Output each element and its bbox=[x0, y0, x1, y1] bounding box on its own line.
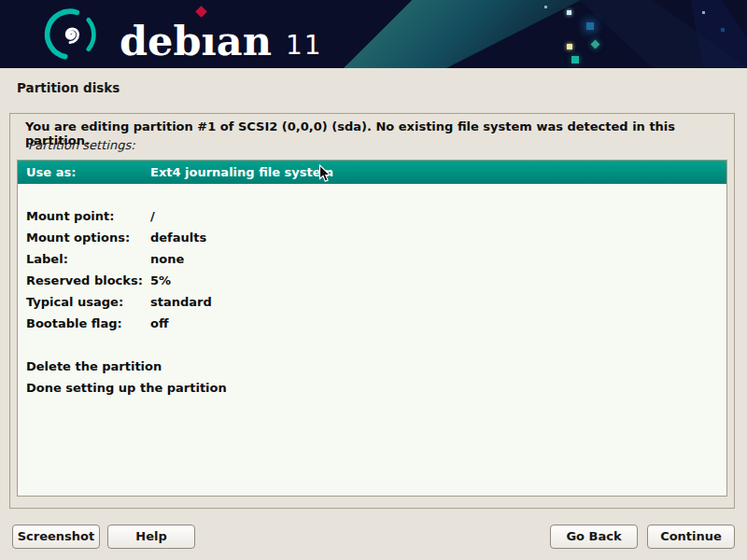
row-value: Ext4 journaling file system bbox=[150, 165, 333, 179]
settings-row[interactable]: Delete the partition bbox=[18, 356, 726, 377]
header-decoration-square bbox=[567, 10, 571, 15]
mouse-cursor-icon bbox=[318, 164, 331, 184]
screenshot-button[interactable]: Screenshot bbox=[12, 525, 100, 549]
row-value: standard bbox=[150, 295, 212, 309]
row-value: / bbox=[150, 209, 155, 223]
brand-text: debıan bbox=[120, 21, 272, 62]
settings-row bbox=[18, 184, 726, 205]
row-label: Done setting up the partition bbox=[26, 377, 150, 399]
header-decoration-square bbox=[571, 56, 579, 63]
row-label: Label: bbox=[26, 248, 150, 270]
settings-row[interactable]: Typical usage:standard bbox=[18, 291, 726, 313]
header-decoration-square bbox=[544, 6, 547, 8]
settings-row[interactable]: Bootable flag:off bbox=[18, 313, 726, 334]
header-decoration-square bbox=[591, 40, 600, 49]
row-label: Delete the partition bbox=[26, 356, 150, 377]
row-value: off bbox=[150, 316, 168, 330]
continue-button[interactable]: Continue bbox=[647, 525, 735, 549]
settings-caption: Partition settings: bbox=[28, 138, 135, 152]
settings-row[interactable]: Reserved blocks:5% bbox=[18, 270, 726, 291]
header-decoration-square bbox=[567, 44, 572, 49]
row-label: Mount options: bbox=[26, 227, 150, 248]
row-value: 5% bbox=[150, 273, 171, 287]
settings-list[interactable]: Use as:Ext4 journaling file systemMount … bbox=[17, 160, 727, 497]
header-banner: debıan 11 bbox=[0, 0, 747, 68]
settings-row[interactable]: Mount point:/ bbox=[18, 205, 726, 227]
settings-row bbox=[18, 334, 726, 356]
brand-diamond-dot bbox=[195, 6, 207, 18]
header-decoration-square bbox=[586, 22, 594, 30]
content-frame: You are editing partition #1 of SCSI2 (0… bbox=[9, 113, 735, 509]
row-label: Typical usage: bbox=[26, 291, 150, 313]
row-label: Reserved blocks: bbox=[26, 270, 150, 291]
row-label: Mount point: bbox=[26, 205, 150, 227]
settings-row[interactable]: Label:none bbox=[18, 248, 726, 270]
settings-row[interactable]: Mount options:defaults bbox=[18, 227, 726, 248]
brand-version: 11 bbox=[286, 33, 323, 62]
page-title: Partition disks bbox=[17, 80, 120, 95]
row-value: none bbox=[150, 252, 184, 266]
row-value: defaults bbox=[150, 231, 206, 245]
brand-logotype: debıan 11 bbox=[120, 7, 323, 62]
row-label: Bootable flag: bbox=[26, 313, 150, 334]
header-decoration-square bbox=[721, 28, 725, 32]
go-back-button[interactable]: Go Back bbox=[550, 525, 638, 549]
settings-row[interactable]: Use as:Ext4 journaling file system bbox=[18, 161, 726, 184]
debian-swirl-icon bbox=[41, 4, 101, 65]
header-decoration-band bbox=[344, 0, 588, 68]
row-label: Use as: bbox=[26, 161, 150, 184]
help-button[interactable]: Help bbox=[107, 525, 195, 549]
settings-row[interactable]: Done setting up the partition bbox=[18, 377, 726, 399]
header-decoration-square bbox=[702, 11, 705, 14]
